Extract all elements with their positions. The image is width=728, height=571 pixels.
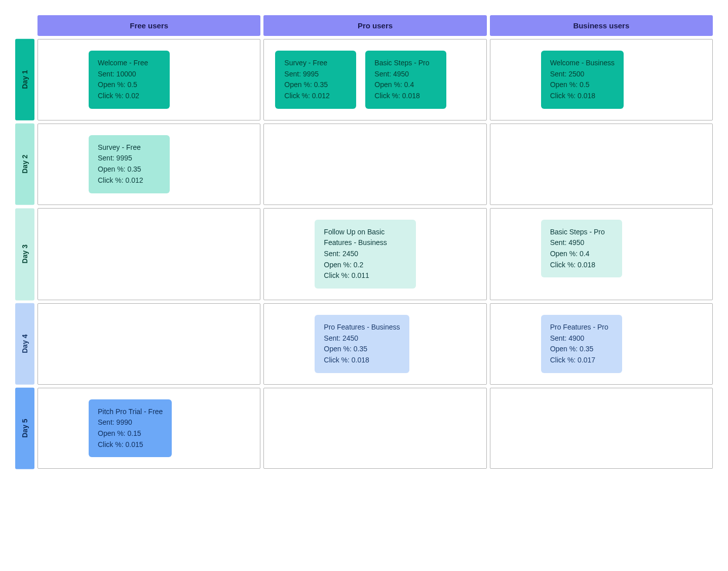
card-open: Open %: 0.2 (324, 260, 407, 271)
card-click-label: Click % (98, 176, 122, 184)
card-open-value: 0.15 (127, 429, 141, 437)
card-title: Basic Steps - Pro (550, 227, 613, 238)
grid-cell (490, 388, 713, 469)
card-click-label: Click % (98, 440, 122, 448)
card-sent: Sent: 2450 (324, 333, 400, 344)
card-open: Open %: 0.4 (550, 249, 613, 260)
card-click-value: 0.012 (312, 92, 330, 100)
card-sent: Sent: 2500 (550, 69, 615, 80)
card-click: Click %: 0.012 (98, 175, 161, 186)
card-click-value: 0.018 (352, 356, 369, 364)
card-sent: Sent: 4950 (374, 69, 437, 80)
card-sent: Sent: 10000 (98, 69, 161, 80)
card-sent-label: Sent (374, 70, 389, 78)
card-click-label: Click % (324, 356, 348, 364)
card-title: Welcome - Business (550, 58, 615, 69)
grid-cell: Follow Up on Basic Features - BusinessSe… (263, 208, 486, 300)
card-open-value: 0.35 (314, 80, 328, 89)
card-sent-label: Sent (550, 238, 565, 247)
card-click: Click %: 0.018 (550, 91, 615, 102)
card-click: Click %: 0.018 (324, 355, 400, 366)
card-title: Welcome - Free (98, 58, 161, 69)
card-sent-label: Sent (98, 70, 112, 78)
row-header-day1: Day 1 (15, 39, 34, 120)
card-open-value: 0.5 (127, 80, 137, 89)
campaign-card[interactable]: Welcome - FreeSent: 10000Open %: 0.5Clic… (89, 51, 170, 109)
card-click-label: Click % (374, 92, 398, 100)
card-click-label: Click % (98, 92, 122, 100)
card-open-value: 0.2 (354, 261, 363, 269)
card-open-value: 0.35 (580, 345, 593, 353)
card-click-value: 0.012 (125, 176, 143, 184)
campaign-card[interactable]: Basic Steps - ProSent: 4950Open %: 0.4Cl… (541, 220, 622, 278)
card-title: Survey - Free (284, 58, 347, 69)
campaign-card[interactable]: Pro Features - BusinessSent: 2450Open %:… (315, 315, 409, 373)
card-sent-value: 9995 (117, 154, 132, 162)
card-click: Click %: 0.017 (550, 355, 613, 366)
card-sent-label: Sent (324, 250, 338, 258)
card-click-label: Click % (284, 92, 308, 100)
campaign-card[interactable]: Survey - FreeSent: 9995Open %: 0.35Click… (89, 135, 170, 193)
card-open: Open %: 0.35 (98, 164, 161, 175)
card-title: Follow Up on Basic Features - Business (324, 227, 407, 249)
grid-cell: Survey - FreeSent: 9995Open %: 0.35Click… (37, 124, 260, 205)
card-open-label: Open % (374, 80, 400, 89)
card-open: Open %: 0.35 (550, 344, 613, 355)
card-open-label: Open % (550, 345, 576, 353)
card-title: Pro Features - Pro (550, 322, 613, 333)
row-header-day2: Day 2 (15, 124, 34, 205)
card-open-label: Open % (324, 261, 350, 269)
grid-cell: Survey - FreeSent: 9995Open %: 0.35Click… (263, 39, 486, 120)
card-open: Open %: 0.15 (98, 428, 163, 439)
card-open: Open %: 0.5 (550, 79, 615, 91)
card-open-label: Open % (98, 429, 124, 437)
row-header-day4: Day 4 (15, 303, 34, 385)
grid-cell: Welcome - FreeSent: 10000Open %: 0.5Clic… (37, 39, 260, 120)
card-sent-value: 4900 (568, 334, 584, 342)
card-open-value: 0.4 (404, 80, 414, 89)
campaign-card[interactable]: Basic Steps - ProSent: 4950Open %: 0.4Cl… (365, 51, 446, 109)
card-sent: Sent: 4950 (550, 237, 613, 249)
grid-cell: Pro Features - BusinessSent: 2450Open %:… (263, 303, 486, 385)
grid-cell: Pro Features - ProSent: 4900Open %: 0.35… (490, 303, 713, 385)
corner-cell (15, 15, 34, 36)
card-open-label: Open % (550, 250, 576, 258)
campaign-card[interactable]: Pro Features - ProSent: 4900Open %: 0.35… (541, 315, 622, 373)
card-title: Pro Features - Business (324, 322, 400, 333)
card-open-value: 0.4 (580, 250, 589, 258)
campaign-card[interactable]: Welcome - BusinessSent: 2500Open %: 0.5C… (541, 51, 624, 109)
campaign-card[interactable]: Survey - FreeSent: 9995Open %: 0.35Click… (275, 51, 356, 109)
card-sent-label: Sent (550, 70, 565, 78)
card-click-value: 0.018 (402, 92, 420, 100)
card-open-label: Open % (98, 165, 124, 173)
card-click-label: Click % (324, 271, 348, 279)
card-open-label: Open % (324, 345, 350, 353)
card-sent: Sent: 9990 (98, 417, 163, 428)
grid-cell (263, 388, 486, 469)
card-sent-value: 2450 (342, 334, 358, 342)
card-click-value: 0.015 (125, 440, 143, 448)
card-sent-value: 2450 (342, 250, 358, 258)
grid-cell: Pitch Pro Trial - FreeSent: 9990Open %: … (37, 388, 260, 469)
campaign-card[interactable]: Pitch Pro Trial - FreeSent: 9990Open %: … (89, 399, 172, 458)
grid-cell (37, 303, 260, 385)
card-open-value: 0.35 (127, 165, 141, 173)
card-click-value: 0.018 (578, 261, 595, 269)
card-open-label: Open % (550, 80, 576, 89)
card-click: Click %: 0.012 (284, 91, 347, 102)
grid-cell: Basic Steps - ProSent: 4950Open %: 0.4Cl… (490, 208, 713, 300)
card-sent-label: Sent (324, 334, 338, 342)
campaign-card[interactable]: Follow Up on Basic Features - BusinessSe… (315, 220, 416, 289)
grid-cell (37, 208, 260, 300)
grid-cell (263, 124, 486, 205)
card-sent-value: 4950 (568, 238, 584, 247)
card-sent-value: 10000 (117, 70, 136, 78)
card-sent: Sent: 2450 (324, 249, 407, 260)
card-click-label: Click % (550, 356, 574, 364)
card-open-value: 0.35 (354, 345, 367, 353)
grid-cell (490, 124, 713, 205)
card-open-label: Open % (98, 80, 124, 89)
column-header: Pro users (263, 15, 486, 36)
card-sent-value: 2500 (568, 70, 584, 78)
card-click-label: Click % (550, 92, 574, 100)
